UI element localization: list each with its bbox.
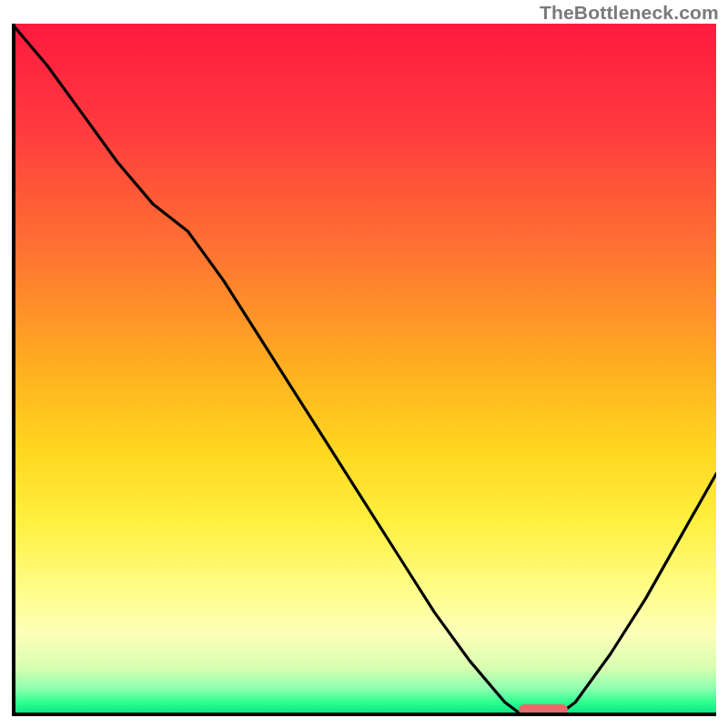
chart-container: TheBottleneck.com (0, 0, 728, 728)
watermark-text: TheBottleneck.com (540, 2, 719, 24)
optimal-range-marker (519, 704, 568, 715)
plot-gradient-background (12, 24, 716, 716)
